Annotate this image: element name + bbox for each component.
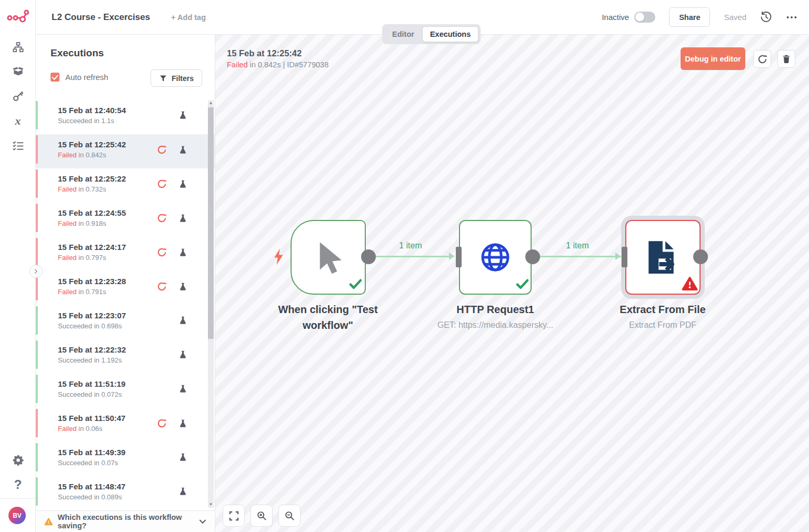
node-label: Extract From File Extract From PDF <box>584 302 742 333</box>
scroll-up-arrow[interactable]: ▲ <box>208 100 214 106</box>
debug-flask-icon[interactable] <box>178 384 187 393</box>
execution-list-item[interactable]: 15 Feb at 11:51:19 Succeeded in 0.072s <box>36 374 215 408</box>
sidebar-item-credentials[interactable] <box>0 88 36 104</box>
execution-list-item[interactable]: 15 Feb at 12:22:32 Succeeded in 1.192s <box>36 339 215 374</box>
sidebar-divider <box>0 498 35 499</box>
more-options-icon[interactable] <box>786 12 797 23</box>
debug-flask-icon[interactable] <box>178 487 187 496</box>
debug-in-editor-button[interactable]: Debug in editor <box>681 47 745 70</box>
sidebar-item-workflows[interactable] <box>0 39 36 55</box>
debug-flask-icon[interactable] <box>178 419 187 428</box>
collapse-panel-button[interactable] <box>29 265 43 278</box>
funnel-icon <box>159 74 167 83</box>
auto-refresh-control[interactable]: Auto refresh <box>51 73 108 82</box>
node-label: When clicking "Test workflow" <box>259 302 396 333</box>
debug-flask-icon[interactable] <box>178 111 187 119</box>
debug-flask-icon[interactable] <box>178 179 187 188</box>
trigger-bolt-icon <box>272 248 285 266</box>
fit-view-icon <box>229 511 239 521</box>
retry-icon[interactable] <box>157 282 167 292</box>
execution-list-item-selected[interactable]: 15 Feb at 12:25:42 Failed in 0.842s <box>36 134 215 168</box>
sidebar-item-variables[interactable]: x <box>0 113 36 129</box>
sidebar-item-executions[interactable] <box>0 138 36 154</box>
debug-flask-icon[interactable] <box>178 316 187 325</box>
execution-list-item[interactable]: 15 Feb at 12:24:55 Failed in 0.918s <box>36 203 215 237</box>
executions-list-icon <box>12 140 24 152</box>
tab-editor[interactable]: Editor <box>384 26 422 42</box>
scroll-down-arrow[interactable]: ▼ <box>208 501 214 508</box>
auto-refresh-checkbox[interactable] <box>51 73 59 82</box>
debug-flask-icon[interactable] <box>178 453 187 461</box>
executions-saving-banner[interactable]: Which executions is this workflow saving… <box>36 510 215 532</box>
execution-list-item[interactable]: 15 Feb at 11:48:47 Succeeded in 0.089s <box>36 476 215 510</box>
user-avatar[interactable]: BV <box>8 507 26 524</box>
execution-list-item[interactable]: 15 Feb at 12:23:28 Failed in 0.791s <box>36 271 215 305</box>
node-input-connector[interactable] <box>622 247 627 267</box>
execution-list-item[interactable]: 15 Feb at 11:49:39 Succeeded in 0.07s <box>36 442 215 476</box>
history-icon[interactable] <box>760 11 772 23</box>
executions-scrollbar[interactable]: ▲ ▼ <box>208 100 214 508</box>
canvas-controls <box>223 505 301 527</box>
sidebar-item-settings[interactable] <box>0 452 36 468</box>
saved-status: Saved <box>724 13 746 22</box>
success-check-icon <box>348 277 363 291</box>
debug-flask-icon[interactable] <box>178 350 187 359</box>
debug-flask-icon[interactable] <box>178 145 187 154</box>
key-icon <box>12 90 24 102</box>
sidebar-item-templates[interactable] <box>0 63 36 79</box>
active-state-label: Inactive <box>602 13 629 22</box>
debug-flask-icon[interactable] <box>178 214 187 223</box>
globe-icon <box>479 241 512 274</box>
execution-list-item[interactable]: 15 Feb at 11:50:47 Failed in 0.06s <box>36 408 215 442</box>
activate-toggle[interactable] <box>634 12 655 23</box>
main-sidebar: x ? BV <box>0 0 36 532</box>
help-icon: ? <box>14 477 22 492</box>
sidebar-item-help[interactable]: ? <box>0 477 36 493</box>
templates-box-icon <box>12 65 24 77</box>
debug-flask-icon[interactable] <box>178 248 187 257</box>
executions-heading: Executions <box>51 47 104 59</box>
debug-flask-icon[interactable] <box>178 282 187 291</box>
variables-icon: x <box>15 114 21 128</box>
delete-execution-button[interactable] <box>777 50 795 68</box>
connection-items-label: 1 item <box>533 241 622 250</box>
tab-executions[interactable]: Executions <box>422 26 478 42</box>
gear-icon <box>12 454 24 466</box>
n8n-logo[interactable] <box>7 8 29 26</box>
share-button[interactable]: Share <box>669 7 710 27</box>
execution-status-line: Failed in 0.842s | ID#5779038 <box>227 61 328 69</box>
execution-list-item[interactable]: 15 Feb at 12:25:22 Failed in 0.732s <box>36 168 215 203</box>
workflow-canvas[interactable]: Editor Executions 15 Feb at 12:25:42 Fai… <box>215 35 809 532</box>
retry-icon[interactable] <box>157 418 167 428</box>
connection-arrowhead <box>615 253 621 260</box>
retry-icon[interactable] <box>157 247 167 257</box>
retry-icon[interactable] <box>157 145 167 155</box>
refresh-execution-button[interactable] <box>753 50 771 68</box>
chevron-right-icon <box>33 268 39 275</box>
auto-refresh-label: Auto refresh <box>65 73 108 82</box>
execution-list-item[interactable]: 15 Feb at 12:24:17 Failed in 0.797s <box>36 237 215 271</box>
node-subtitle: Extract From PDF <box>584 317 742 333</box>
node-output-connector[interactable] <box>525 249 540 264</box>
scrollbar-thumb[interactable] <box>208 107 214 339</box>
trash-icon <box>782 54 791 64</box>
refresh-icon <box>757 54 767 64</box>
retry-icon[interactable] <box>157 213 167 223</box>
connection-line[interactable] <box>533 256 622 257</box>
fit-view-button[interactable] <box>223 505 245 527</box>
node-output-connector[interactable] <box>693 249 708 264</box>
workflow-title: L2 Course - Excercises <box>52 12 150 23</box>
connection-line[interactable] <box>368 256 452 257</box>
zoom-out-button[interactable] <box>278 505 301 527</box>
add-tag-button[interactable]: + Add tag <box>171 13 206 22</box>
retry-icon[interactable] <box>157 179 167 189</box>
success-check-icon <box>515 277 530 291</box>
node-output-connector[interactable] <box>361 249 376 264</box>
execution-status: Failed <box>227 61 248 69</box>
zoom-in-button[interactable] <box>251 505 273 527</box>
execution-list-item[interactable]: 15 Feb at 12:23:07 Succeeded in 0.698s <box>36 305 215 339</box>
execution-list-item[interactable]: 15 Feb at 12:40:54 Succeeded in 1.1s <box>36 100 215 134</box>
node-input-connector[interactable] <box>456 247 462 267</box>
filters-button[interactable]: Filters <box>151 69 202 87</box>
connection-arrowhead <box>449 253 455 260</box>
